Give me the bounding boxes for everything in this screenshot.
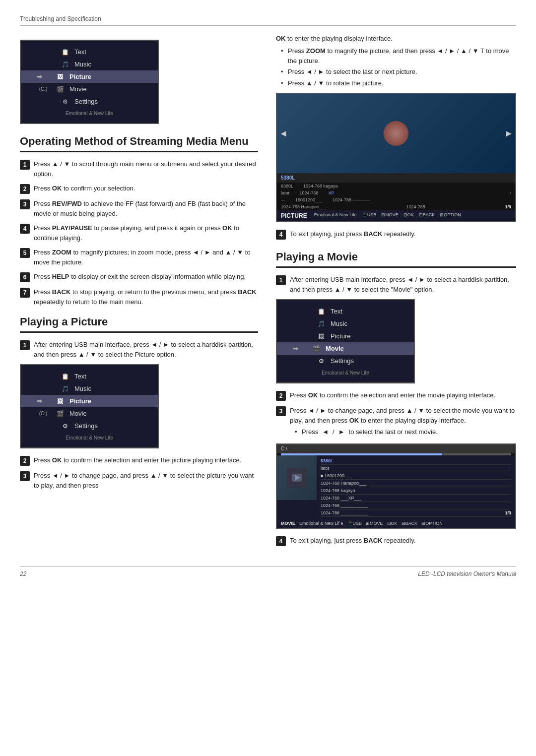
playing-movie-title: Playing a Movie: [276, 251, 516, 268]
pp-item-2-content: Press OK to confirm the selection and en…: [34, 455, 258, 465]
pm-item-2: 2 Press OK to confirm the selection and …: [276, 390, 516, 401]
menu-label-text: Text: [74, 48, 86, 56]
pp-item-4-list: 4 To exit playing, just press BACK repea…: [276, 229, 516, 240]
arrow-indicator: ➡: [37, 73, 42, 80]
pic-menu-label-settings: Settings: [74, 422, 98, 430]
movie-option: ⊞OPTION: [421, 521, 443, 526]
tv-arrow-right[interactable]: ►: [504, 128, 513, 139]
tv-page-indicator: 1/9: [505, 204, 511, 209]
op-item-7-content: Press BACK to stop playing, or return to…: [34, 287, 258, 307]
movie-thumb-svg: [287, 468, 307, 488]
pm-item-4: 4 To exit playing, just press BACK repea…: [276, 536, 516, 546]
bullet-item-3: Press ▲ / ▼ to rotate the picture.: [281, 78, 516, 88]
tv-info-1024-4: 1024-768: [406, 204, 425, 209]
mov-menu-label-picture: Picture: [331, 332, 350, 340]
tv-back: ⊟BACK: [419, 212, 435, 219]
menu-label-settings: Settings: [74, 98, 98, 105]
breadcrumb: Troubleshing and Specification: [20, 15, 101, 22]
settings-icon: ⚙: [61, 98, 69, 105]
brand-label-pic: Emotional & New Life: [21, 435, 158, 441]
movie-content-area: 5380L lator ■ 16001200___ 1024-768 Hanap…: [277, 455, 515, 519]
pm-num-3: 3: [276, 406, 286, 416]
bullet-item-2: Press ◄ / ► to select the last or next p…: [281, 67, 516, 77]
pm-item-3-content: Press ◄ / ► to change page, and press ▲ …: [290, 406, 516, 439]
op-item-4: 4 Press PLAY/PAUSE to pause playing, and…: [20, 223, 258, 243]
playing-movie-list-2: 2 Press OK to confirm the selection and …: [276, 390, 516, 439]
op-item-3-content: Press REV/FWD to achieve the FF (fast fo…: [34, 199, 258, 218]
op-item-7: 7 Press BACK to stop playing, or return …: [20, 287, 258, 307]
music-icon: 🎵: [61, 61, 69, 68]
picture-label: PICTURE: [281, 212, 307, 219]
mov-movie-icon: 🎬: [312, 345, 321, 352]
mov-arrow-indicator: ➡: [293, 345, 298, 352]
mov-music-icon: 🎵: [317, 320, 326, 327]
pic-menu-label-movie: Movie: [69, 410, 87, 417]
op-item-2-content: Press OK to confirm your selection.: [34, 184, 258, 193]
pm-item-4-list: 4 To exit playing, just press BACK repea…: [276, 536, 516, 546]
tv-info-row-1: 6380L 1024-768 kagaya: [277, 183, 515, 189]
num-5: 5: [20, 248, 30, 258]
menu-label-picture: Picture: [69, 73, 91, 80]
tv-usb: 📱USB: [362, 212, 377, 219]
pp-item-3-content: Press ◄ / ► to change page, and press ▲ …: [34, 471, 258, 490]
movie-header-label: C:\: [281, 446, 287, 451]
mov-menu-row-text: 📋 Text: [277, 305, 414, 317]
pm-num-4: 4: [276, 536, 286, 546]
pp-item-1-content: After entering USB main interface, press…: [34, 340, 258, 359]
mov-menu-row-music: 🎵 Music: [277, 317, 414, 330]
menu-row-settings: ⚙ Settings: [21, 95, 158, 108]
movie-back: ⊟BACK: [402, 521, 418, 526]
pic-menu-label-picture: Picture: [69, 397, 91, 405]
pic-menu-row-music: 🎵 Music: [21, 382, 158, 395]
tv-move: ⊞MOVE: [381, 212, 399, 219]
text-icon: 📋: [61, 49, 69, 56]
tv-info-1024: 1024-768 kagaya: [303, 184, 338, 189]
op-item-4-content: Press PLAY/PAUSE to pause playing, and p…: [34, 223, 258, 243]
tv-title-bar: 5380L: [281, 175, 295, 181]
pic-text-icon: 📋: [61, 373, 69, 380]
menu-row-text: 📋 Text: [21, 46, 158, 58]
mov-settings-icon: ⚙: [317, 358, 326, 365]
num-2: 2: [20, 184, 30, 194]
pic-menu-row-settings: ⚙ Settings: [21, 420, 158, 432]
op-item-1: 1 Press ▲ / ▼ to scroll through main men…: [20, 159, 258, 179]
mov-menu-row-settings: ⚙ Settings: [277, 355, 414, 367]
tv-info-dash1: —: [281, 197, 285, 202]
pm-item-2-content: Press OK to confirm the selection and en…: [290, 390, 516, 400]
movie-screenshot: C:\ 5380L lator: [276, 443, 516, 529]
menu-row-music: 🎵 Music: [21, 58, 158, 70]
movie-header-bar: C:\: [277, 444, 515, 453]
movie-item-4: 1024-768 Hanapoo___: [321, 480, 511, 487]
tv-status-bar: PICTURE Emotional & New Life 📱USB ⊞MOVE …: [277, 210, 515, 221]
movie-bullet-1: Press ◄ / ► to select the last or next m…: [295, 427, 516, 437]
tv-info-lator: lator: [281, 190, 290, 195]
op-item-3: 3 Press REV/FWD to achieve the FF (fast …: [20, 199, 258, 218]
menu-label-music: Music: [74, 61, 91, 68]
movie-item-2: lator: [321, 465, 511, 472]
operating-list: 1 Press ▲ / ▼ to scroll through main men…: [20, 159, 258, 307]
two-column-layout: 📋 Text 🎵 Music ➡ 🖼 Picture (C:) 🎬 Movie: [20, 35, 516, 551]
pp-item-4-content: To exit playing, just press BACK repeate…: [290, 229, 516, 239]
menu-row-movie: (C:) 🎬 Movie: [21, 83, 158, 95]
movie-status-bar: MOVIE Emotional & New Lif e 📱USB ⊞MOVE ⊡…: [277, 519, 515, 528]
tv-info-bar: 5380L: [277, 173, 515, 183]
tv-info-row-2: lator 1024-768 XP ›: [277, 189, 515, 196]
pm-item-4-content: To exit playing, just press BACK repeate…: [290, 536, 516, 546]
tv-arrow-left[interactable]: ◄: [279, 128, 288, 139]
flower-image: [384, 121, 408, 146]
pm-item-1-content: After entering USB main interface, press…: [290, 275, 516, 294]
mov-text-icon: 📋: [317, 308, 326, 315]
brand-label-mov: Emotional & New Life: [277, 370, 414, 376]
movie-thumbnail: [277, 455, 317, 500]
movie-item-1: 5380L: [321, 457, 511, 465]
pic-menu-label-text: Text: [74, 373, 86, 380]
left-column: 📋 Text 🎵 Music ➡ 🖼 Picture (C:) 🎬 Movie: [20, 35, 258, 551]
page: Troubleshing and Specification 📋 Text 🎵 …: [0, 0, 536, 756]
pm-item-3: 3 Press ◄ / ► to change page, and press …: [276, 406, 516, 439]
movie-item-6: 1024-768 ___XP___: [321, 495, 511, 502]
pp-num-2: 2: [20, 456, 30, 466]
pic-music-icon: 🎵: [61, 385, 69, 392]
tv-ok: ⊡OK: [403, 212, 414, 219]
movie-brand: Emotional & New Lif e: [299, 521, 343, 526]
page-number: 22: [20, 570, 26, 577]
